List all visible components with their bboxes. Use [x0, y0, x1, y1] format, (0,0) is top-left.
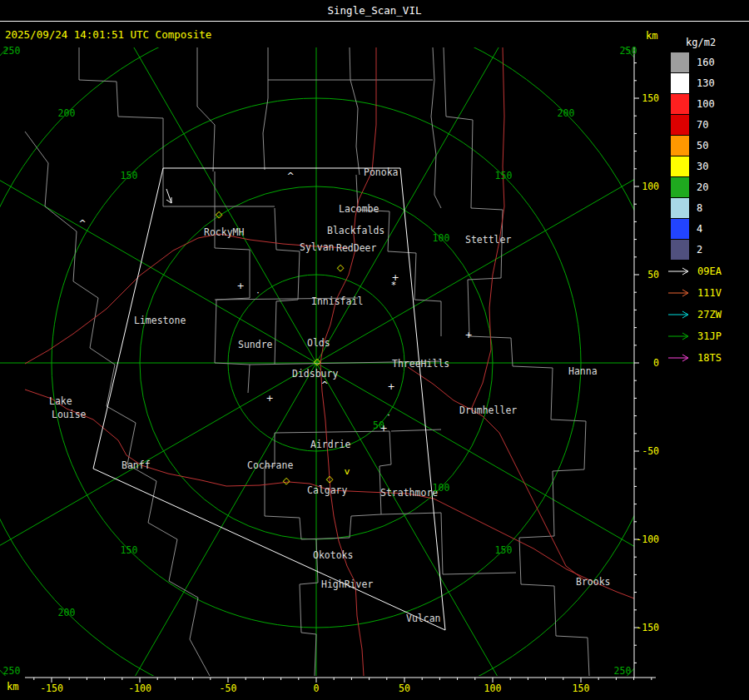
legend-value: 70 — [697, 119, 708, 131]
legend-swatch — [671, 219, 689, 239]
track-arrow-09EA — [668, 268, 688, 275]
legend-value: 2 — [697, 244, 702, 256]
legend-swatch — [671, 136, 689, 156]
legend-swatch — [671, 94, 689, 114]
legend-value: 30 — [697, 161, 708, 172]
x-axis-tick-label: 50 — [388, 683, 421, 694]
y-axis-tick-label: 150 — [636, 92, 659, 104]
track-label: 27ZW — [697, 309, 722, 320]
x-axis-tick-label: -100 — [123, 683, 156, 694]
legend-row: 8 — [671, 197, 715, 218]
track-arrow-31JP — [668, 333, 688, 340]
x-axis-tick-label: 150 — [564, 683, 598, 694]
legend-row: 30 — [671, 156, 715, 176]
legend-value: 50 — [697, 140, 708, 151]
legend-value: 8 — [697, 202, 702, 214]
legend-swatch — [671, 177, 689, 197]
y-axis-tick-label: -150 — [636, 622, 659, 633]
track-legend-arrows — [667, 265, 696, 365]
legend-value: 130 — [697, 77, 715, 89]
county-boundaries — [25, 47, 589, 676]
track-label: 31JP — [697, 330, 722, 342]
legend-swatch — [671, 52, 689, 72]
legend-value: 100 — [697, 98, 715, 110]
y-axis-tick-label: -50 — [636, 445, 659, 457]
y-axis-tick-label: 0 — [636, 357, 659, 369]
legend-row: 70 — [671, 114, 715, 135]
x-axis-tick-label: -50 — [211, 683, 245, 694]
legend-value: 160 — [697, 57, 715, 68]
storm-motion-arrow — [166, 189, 171, 203]
legend-row: 100 — [671, 93, 715, 114]
legend-swatch — [671, 115, 689, 135]
radar-scan-outline — [93, 168, 445, 630]
track-label: 18TS — [697, 352, 722, 364]
track-arrow-18TS — [668, 355, 688, 361]
track-label: 111V — [697, 287, 722, 299]
x-axis-tick-label: 100 — [476, 683, 509, 694]
track-arrow-111V — [668, 290, 688, 296]
y-axis-tick-label: -100 — [636, 534, 659, 545]
track-label: 09EA — [697, 266, 722, 277]
y-axis-tick-label: 100 — [636, 181, 659, 192]
range-rings — [0, 0, 749, 700]
axis-tick-marks — [34, 63, 652, 683]
legend-row: 130 — [671, 72, 715, 93]
legend-row: 2 — [671, 239, 715, 260]
legend-value: 4 — [697, 223, 702, 235]
y-axis-tick-label: 50 — [636, 269, 659, 280]
color-scale-legend: 160 130 100 70 50 30 20 8 4 2 — [671, 52, 715, 260]
x-axis-tick-label: 0 — [300, 683, 333, 694]
legend-swatch — [671, 198, 689, 218]
legend-value: 20 — [697, 181, 708, 193]
legend-unit-label: kg/m2 — [686, 37, 716, 48]
legend-swatch — [671, 156, 689, 176]
legend-swatch — [671, 240, 689, 260]
x-axis-tick-label: -150 — [35, 683, 68, 694]
track-arrow-27ZW — [668, 311, 688, 318]
legend-row: 4 — [671, 218, 715, 239]
legend-row: 50 — [671, 135, 715, 156]
radar-map-canvas[interactable] — [0, 0, 749, 700]
legend-swatch — [671, 73, 689, 93]
legend-row: 20 — [671, 176, 715, 197]
legend-row: 160 — [671, 52, 715, 72]
highways — [25, 47, 634, 676]
